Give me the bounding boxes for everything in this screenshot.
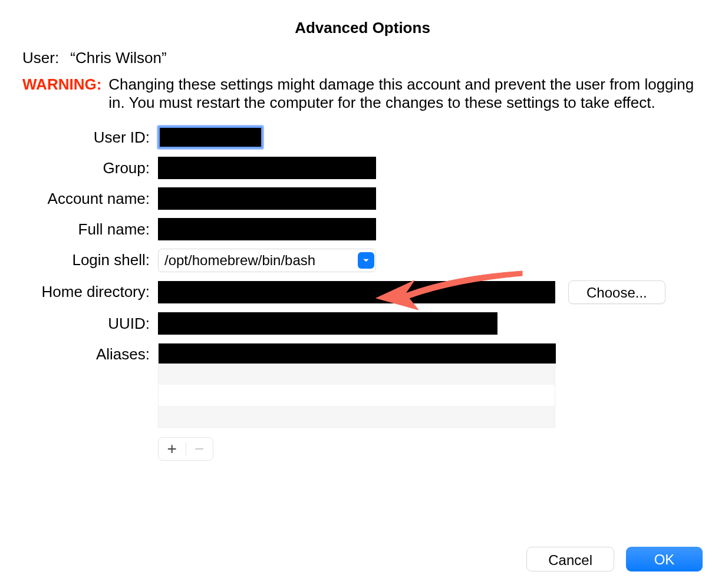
chevron-down-icon[interactable]	[358, 252, 374, 269]
login-shell-label: Login shell:	[22, 249, 158, 269]
full-name-field[interactable]	[158, 218, 376, 240]
alias-row[interactable]	[159, 343, 556, 364]
dialog-title: Advanced Options	[22, 19, 703, 37]
uuid-label: UUID:	[22, 312, 158, 333]
account-name-field[interactable]	[158, 187, 376, 210]
add-alias-button[interactable]: +	[159, 438, 186, 460]
alias-row-empty[interactable]	[159, 364, 555, 385]
account-name-label: Account name:	[22, 187, 158, 208]
user-name-value: “Chris Wilson”	[70, 49, 166, 67]
minus-icon: −	[195, 440, 204, 458]
warning-label: WARNING:	[22, 75, 101, 94]
aliases-label: Aliases:	[22, 343, 158, 364]
home-directory-field[interactable]	[158, 281, 555, 303]
plus-minus-control: + −	[158, 437, 213, 461]
advanced-options-dialog: Advanced Options User: “Chris Wilson” WA…	[0, 0, 725, 588]
warning-text: Changing these settings might damage thi…	[108, 75, 703, 112]
alias-row-empty[interactable]	[159, 406, 555, 427]
user-label: User:	[22, 49, 59, 67]
uuid-field[interactable]	[158, 312, 497, 335]
choose-button[interactable]: Choose...	[568, 280, 665, 304]
user-id-field[interactable]	[158, 126, 263, 148]
group-field[interactable]	[158, 157, 376, 179]
group-label: Group:	[22, 157, 158, 177]
user-row: User: “Chris Wilson”	[22, 49, 703, 67]
cancel-button[interactable]: Cancel	[526, 547, 614, 572]
user-id-label: User ID:	[22, 126, 158, 147]
plus-icon: +	[167, 440, 177, 458]
aliases-list[interactable]	[158, 343, 555, 428]
login-shell-combobox[interactable]: /opt/homebrew/bin/bash	[158, 249, 376, 272]
full-name-label: Full name:	[22, 218, 158, 239]
form-grid: User ID: Group: Account name: Full name:…	[22, 126, 703, 461]
remove-alias-button[interactable]: −	[186, 438, 213, 460]
warning-row: WARNING: Changing these settings might d…	[22, 75, 703, 112]
login-shell-value: /opt/homebrew/bin/bash	[164, 252, 358, 269]
ok-button[interactable]: OK	[626, 547, 703, 572]
dialog-buttons: Cancel OK	[526, 547, 703, 572]
alias-row-empty[interactable]	[159, 385, 555, 406]
home-directory-label: Home directory:	[22, 280, 158, 301]
